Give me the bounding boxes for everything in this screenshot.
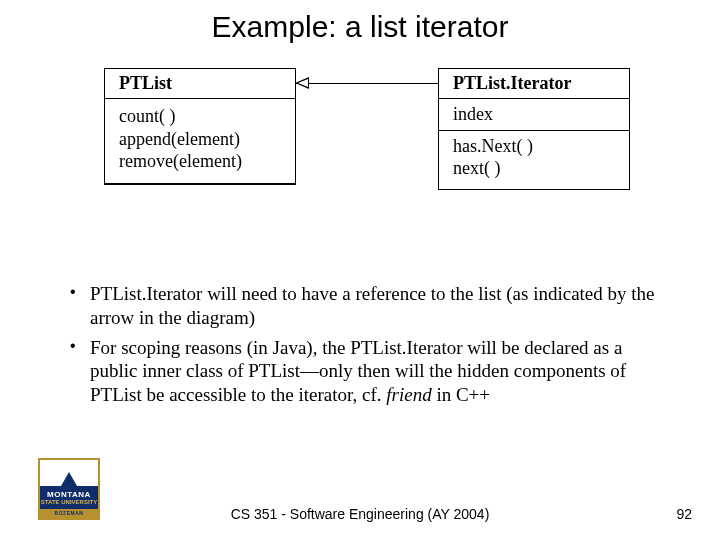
- uml-operation: has.Next( ): [453, 135, 619, 158]
- slide-title: Example: a list iterator: [0, 10, 720, 44]
- bullet-list: PTList.Iterator will need to have a refe…: [64, 282, 664, 413]
- uml-diagram: PTList count( ) append(element) remove(e…: [104, 68, 624, 238]
- slide: Example: a list iterator PTList count( )…: [0, 0, 720, 540]
- uml-class-operations: has.Next( ) next( ): [439, 131, 629, 189]
- uml-member: remove(element): [119, 150, 285, 173]
- bullet-text: PTList.Iterator will need to have a refe…: [90, 283, 655, 328]
- bullet-text: For scoping reasons (in Java), the PTLis…: [90, 337, 626, 406]
- bullet-text-italic: friend: [386, 384, 431, 405]
- uml-class-ptlist: PTList count( ) append(element) remove(e…: [104, 68, 296, 185]
- association-arrow-line: [295, 83, 438, 84]
- uml-member: count( ): [119, 105, 285, 128]
- uml-class-attributes: index: [439, 99, 629, 131]
- bullet-item: For scoping reasons (in Java), the PTLis…: [90, 336, 664, 407]
- association-arrow-head-icon: [295, 77, 309, 89]
- uml-class-members: count( ) append(element) remove(element): [105, 99, 295, 184]
- logo-line: STATE UNIVERSITY: [41, 499, 97, 505]
- uml-member: append(element): [119, 128, 285, 151]
- uml-class-name: PTList.Iterator: [439, 69, 629, 99]
- bullet-text: in C++: [432, 384, 490, 405]
- uml-class-name: PTList: [105, 69, 295, 99]
- uml-attribute: index: [453, 103, 619, 126]
- uml-class-ptlist-iterator: PTList.Iterator index has.Next( ) next( …: [438, 68, 630, 190]
- bullet-item: PTList.Iterator will need to have a refe…: [90, 282, 664, 330]
- page-number: 92: [676, 506, 692, 522]
- logo-line: MONTANA: [47, 491, 91, 499]
- uml-operation: next( ): [453, 157, 619, 180]
- logo-peak-icon: [40, 460, 98, 486]
- footer-text: CS 351 - Software Engineering (AY 2004): [0, 506, 720, 522]
